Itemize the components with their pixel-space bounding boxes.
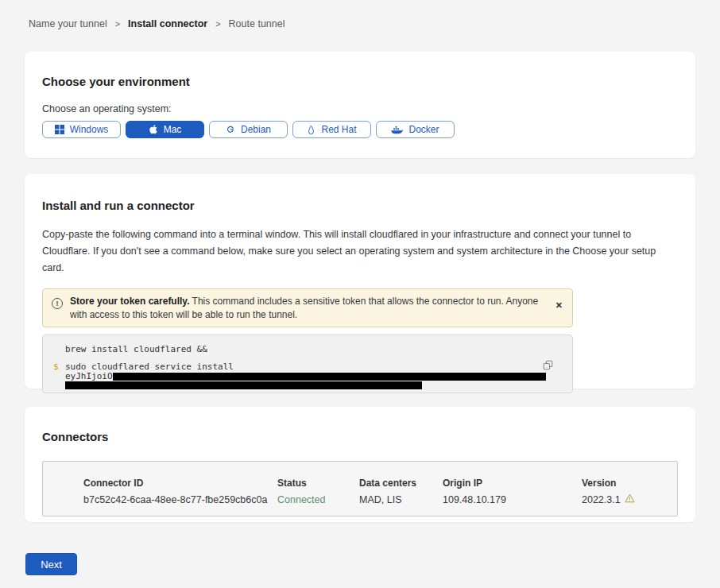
install-command-code-block: brew install cloudflared && $sudo cloudf…	[42, 335, 573, 393]
token-line: eyJhIjoiO	[65, 372, 572, 381]
command-line-2-text: sudo cloudflared service install	[65, 362, 234, 372]
os-button-label: Red Hat	[321, 124, 356, 135]
next-button[interactable]: Next	[25, 553, 77, 575]
os-button-label: Docker	[408, 124, 439, 135]
chevron-separator-icon: >	[115, 19, 120, 29]
version-warning-icon[interactable]	[625, 493, 635, 506]
install-description: Copy-paste the following command into a …	[42, 226, 674, 277]
header-connector-id: Connector ID	[83, 477, 277, 489]
cell-data-centers: MAD, LIS	[359, 493, 443, 506]
breadcrumb-install-connector[interactable]: Install connector	[128, 18, 207, 29]
close-icon[interactable]: ✕	[555, 301, 563, 310]
copy-icon[interactable]	[543, 360, 553, 373]
shell-prompt: $	[53, 362, 59, 372]
redhat-icon	[307, 125, 315, 135]
header-data-centers: Data centers	[359, 477, 443, 489]
os-button-debian[interactable]: Debian	[209, 121, 288, 138]
table-row: b7c52c42-6caa-48ee-8c77-fbe259cb6c0a Con…	[83, 493, 677, 506]
command-line-2: $sudo cloudflared service install	[65, 362, 572, 372]
connectors-table-header-row: Connector ID Status Data centers Origin …	[83, 477, 677, 489]
redacted-token-bar	[113, 373, 546, 381]
token-prefix: eyJhIjoiO	[65, 372, 113, 381]
os-button-docker[interactable]: Docker	[376, 121, 455, 138]
chevron-separator-icon: >	[215, 19, 220, 29]
breadcrumb-name-your-tunnel[interactable]: Name your tunnel	[29, 18, 107, 29]
environment-card-title: Choose your environment	[42, 75, 678, 88]
connectors-card: Connectors Connector ID Status Data cent…	[25, 407, 695, 522]
breadcrumb: Name your tunnel > Install connector > R…	[0, 0, 720, 29]
breadcrumb-route-tunnel[interactable]: Route tunnel	[229, 18, 285, 29]
connectors-table: Connector ID Status Data centers Origin …	[42, 461, 678, 516]
token-warning-banner: ! Store your token carefully. This comma…	[42, 288, 573, 327]
os-button-mac[interactable]: Mac	[126, 121, 204, 138]
cell-status: Connected	[277, 493, 359, 506]
os-button-label: Mac	[164, 124, 182, 135]
warning-title: Store your token carefully.	[70, 296, 190, 307]
cell-version: 2022.3.1	[582, 493, 677, 506]
choose-environment-card: Choose your environment Choose an operat…	[25, 52, 695, 158]
warning-text: Store your token carefully. This command…	[70, 295, 548, 321]
header-version: Version	[582, 477, 677, 489]
install-connector-card: Install and run a connector Copy-paste t…	[25, 174, 695, 389]
command-line-1: brew install cloudflared &&	[65, 344, 572, 354]
docker-icon	[391, 126, 403, 134]
windows-icon	[55, 125, 64, 134]
os-button-label: Debian	[241, 124, 271, 135]
version-value: 2022.3.1	[582, 493, 621, 506]
os-button-group: Windows Mac Debian Red Hat	[42, 121, 678, 138]
os-button-windows[interactable]: Windows	[42, 121, 121, 138]
info-icon: !	[52, 298, 63, 309]
install-card-title: Install and run a connector	[42, 199, 678, 212]
cell-connector-id: b7c52c42-6caa-48ee-8c77-fbe259cb6c0a	[83, 493, 277, 506]
os-button-label: Windows	[70, 124, 109, 135]
redacted-token-bar	[65, 381, 422, 389]
os-button-redhat[interactable]: Red Hat	[292, 121, 371, 138]
header-origin-ip: Origin IP	[443, 477, 582, 489]
connectors-card-title: Connectors	[42, 430, 678, 443]
apple-icon	[149, 125, 158, 135]
header-status: Status	[277, 477, 359, 489]
cell-origin-ip: 109.48.10.179	[443, 493, 582, 506]
os-select-label: Choose an operating system:	[42, 103, 678, 114]
debian-icon	[226, 125, 235, 134]
token-line	[65, 381, 572, 389]
